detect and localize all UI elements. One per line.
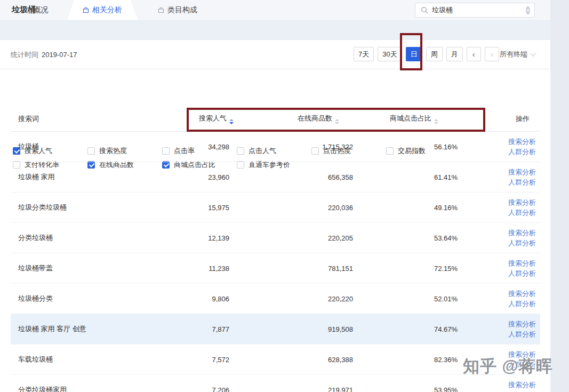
- bag-icon: [24, 7, 30, 13]
- crowd-analysis-link[interactable]: 人群分析: [462, 177, 536, 187]
- header-online-products[interactable]: 在线商品数: [234, 107, 357, 132]
- keyword-cell: 分类垃圾桶家用: [11, 375, 182, 392]
- range-month-button[interactable]: 月: [446, 47, 463, 61]
- search-analysis-link[interactable]: 搜索分析: [462, 228, 536, 238]
- range-30d-button[interactable]: 30天: [378, 47, 402, 61]
- search-icon: [421, 6, 428, 14]
- tab-label: 概况: [34, 5, 49, 15]
- metric-selector: 搜索人气 搜索热度 点击率 点击人气 点击热度 交易指数 支付转化率: [0, 69, 550, 107]
- header-keyword: 搜索词: [11, 107, 182, 132]
- search-analysis-link[interactable]: 搜索分析: [462, 380, 536, 390]
- tab-category-composition[interactable]: 类目构成: [151, 0, 204, 20]
- crowd-analysis-link[interactable]: 人群分析: [462, 299, 536, 309]
- mall-click-ratio-cell: 53.64%: [357, 223, 462, 253]
- range-7d-button[interactable]: 7天: [354, 47, 374, 61]
- bag-icon: [158, 7, 164, 13]
- table-row[interactable]: 垃圾桶 家用 23,960 656,358 61.41% 搜索分析人群分析: [11, 162, 540, 193]
- table-row[interactable]: 车载垃圾桶 7,572 628,388 82.36% 搜索分析人群分析: [11, 345, 540, 375]
- header-actions: 操作: [462, 107, 540, 132]
- search-popularity-cell: 23,960: [182, 162, 234, 193]
- mall-click-ratio-cell: 61.41%: [357, 162, 462, 193]
- next-date-button[interactable]: ›: [485, 47, 499, 61]
- range-week-button[interactable]: 周: [426, 47, 443, 61]
- keyword-table: 搜索词 搜索人气 在线商品数 商城点击占比 操作 垃圾桶 34,298 1,71…: [11, 107, 540, 392]
- search-popularity-cell: 11,238: [182, 253, 234, 284]
- search-popularity-cell: 7,572: [182, 345, 234, 375]
- mall-click-ratio-cell: 52.01%: [357, 284, 462, 314]
- statistics-time: 统计时间 2019-07-17: [11, 40, 77, 69]
- table-row[interactable]: 分类垃圾桶 12,139 220,205 53.64% 搜索分析人群分析: [11, 223, 540, 253]
- keyword-cell: 分类垃圾桶: [11, 223, 182, 253]
- table-row[interactable]: 垃圾桶分类 9,806 220,220 52.01% 搜索分析人群分析: [11, 284, 540, 314]
- search-popularity-cell: 12,139: [182, 223, 234, 253]
- crowd-analysis-link[interactable]: 人群分析: [462, 329, 536, 339]
- chevron-down-icon: [530, 50, 536, 56]
- search-analysis-link[interactable]: 搜索分析: [462, 289, 536, 299]
- crowd-analysis-link[interactable]: 人群分析: [462, 268, 536, 278]
- keyword-search-box[interactable]: ✕: [415, 3, 535, 18]
- mall-click-ratio-cell: 53.95%: [357, 375, 462, 392]
- terminal-selector-label: 所有终端: [500, 50, 527, 59]
- keyword-cell: 车载垃圾桶: [11, 345, 182, 375]
- keyword-cell: 垃圾桶: [11, 132, 182, 162]
- online-products-cell: 781,151: [234, 253, 357, 284]
- search-analysis-link[interactable]: 搜索分析: [462, 167, 536, 177]
- crowd-analysis-link[interactable]: 人群分析: [462, 147, 536, 157]
- header-search-popularity[interactable]: 搜索人气: [182, 107, 234, 132]
- keyword-cell: 垃圾分类垃圾桶: [11, 193, 182, 223]
- online-products-cell: 220,205: [234, 223, 357, 253]
- mall-click-ratio-cell: 49.16%: [357, 193, 462, 223]
- header-mall-click-ratio[interactable]: 商城点击占比: [357, 107, 462, 132]
- tab-related-analysis[interactable]: 相关分析: [67, 0, 138, 20]
- date-range-group: 7天 30天 日 周 月 ‹ ›: [354, 47, 499, 61]
- tab-label: 相关分析: [92, 5, 122, 15]
- sort-icon[interactable]: [229, 119, 234, 124]
- mall-click-ratio-cell: 74.67%: [357, 314, 462, 345]
- toolbar: 统计时间 2019-07-17 7天 30天 日 周 月 ‹ › 所有终端: [0, 40, 550, 69]
- search-analysis-link[interactable]: 搜索分析: [462, 349, 536, 359]
- online-products-cell: 656,358: [234, 162, 357, 193]
- crowd-analysis-link[interactable]: 人群分析: [462, 359, 536, 370]
- online-products-cell: 219,971: [234, 375, 357, 392]
- statistics-time-value: 2019-07-17: [42, 51, 77, 59]
- table-row[interactable]: 垃圾桶带盖 11,238 781,151 72.15% 搜索分析人群分析: [11, 253, 540, 284]
- search-analysis-link[interactable]: 搜索分析: [462, 319, 536, 329]
- search-popularity-cell: 34,298: [182, 132, 234, 162]
- bag-icon: [83, 7, 89, 13]
- keyword-cell: 垃圾桶带盖: [11, 253, 182, 284]
- page-background-strip: [550, 0, 569, 392]
- table-row[interactable]: 垃圾分类垃圾桶 15,975 220,036 49.16% 搜索分析人群分析: [11, 193, 540, 223]
- crowd-analysis-link[interactable]: 人群分析: [462, 390, 536, 392]
- online-products-cell: 220,220: [234, 284, 357, 314]
- mall-click-ratio-cell: 82.36%: [357, 345, 462, 375]
- tab-overview[interactable]: 概况: [16, 0, 56, 20]
- prev-date-button[interactable]: ‹: [467, 47, 481, 61]
- online-products-cell: 919,508: [234, 314, 357, 345]
- search-popularity-cell: 7,877: [182, 314, 234, 345]
- search-input[interactable]: [432, 6, 526, 14]
- search-analysis-link[interactable]: 搜索分析: [462, 197, 536, 207]
- table-row[interactable]: 分类垃圾桶家用 7,206 219,971 53.95% 搜索分析人群分析: [11, 375, 540, 392]
- search-popularity-cell: 9,806: [182, 284, 234, 314]
- keyword-cell: 垃圾桶 家用: [11, 162, 182, 193]
- table-row-highlighted[interactable]: 垃圾桶 家用 客厅 创意 7,877 919,508 74.67% 搜索分析人群…: [11, 314, 540, 345]
- search-popularity-cell: 7,206: [182, 375, 234, 392]
- search-analysis-link[interactable]: 搜索分析: [462, 137, 536, 147]
- mall-click-ratio-cell: 56.16%: [357, 132, 462, 162]
- table-row[interactable]: 垃圾桶 34,298 1,715,322 56.16% 搜索分析人群分析: [11, 132, 540, 162]
- online-products-cell: 1,715,322: [234, 132, 357, 162]
- clear-search-icon[interactable]: ✕: [526, 6, 530, 14]
- terminal-selector[interactable]: 所有终端: [500, 47, 535, 61]
- sort-icon[interactable]: [335, 119, 339, 124]
- crowd-analysis-link[interactable]: 人群分析: [462, 207, 536, 218]
- tab-bar: [0, 20, 550, 40]
- search-analysis-link[interactable]: 搜索分析: [462, 258, 536, 268]
- keyword-cell: 垃圾桶 家用 客厅 创意: [11, 314, 182, 345]
- statistics-time-label: 统计时间: [11, 50, 38, 60]
- search-popularity-cell: 15,975: [182, 193, 234, 223]
- online-products-cell: 220,036: [234, 193, 357, 223]
- sort-icon[interactable]: [434, 119, 438, 124]
- range-day-button[interactable]: 日: [406, 47, 422, 61]
- crowd-analysis-link[interactable]: 人群分析: [462, 238, 536, 248]
- tab-label: 类目构成: [167, 5, 197, 15]
